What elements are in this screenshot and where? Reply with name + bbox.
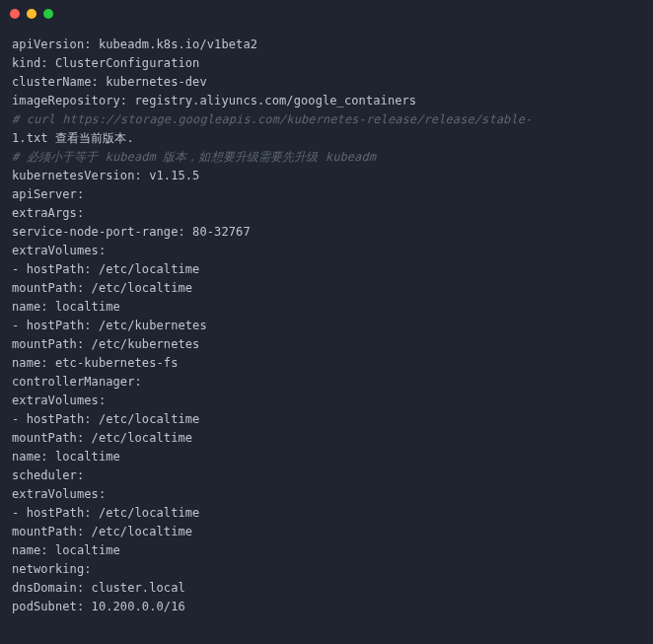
code-line: extraVolumes: <box>12 392 641 410</box>
code-block: apiVersion: kubeadm.k8s.io/v1beta2kind: … <box>0 28 653 628</box>
code-line: networking: <box>12 560 641 579</box>
code-line: - hostPath: /etc/kubernetes <box>12 317 641 335</box>
code-line: # curl https://storage.googleapis.com/ku… <box>12 110 641 129</box>
code-line: - hostPath: /etc/localtime <box>12 260 641 279</box>
code-comment: kubeadm <box>98 150 163 164</box>
code-line: kubernetesVersion: v1.15.5 <box>12 167 641 185</box>
window-titlebar <box>0 0 653 28</box>
code-line: - hostPath: /etc/localtime <box>12 410 641 429</box>
code-line: controllerManager: <box>12 373 641 392</box>
code-line: - hostPath: /etc/localtime <box>12 504 641 523</box>
terminal-window: apiVersion: kubeadm.k8s.io/v1beta2kind: … <box>0 0 653 644</box>
code-line: imageRepository: registry.aliyuncs.com/g… <box>12 92 641 110</box>
code-comment: kubeadm <box>319 150 377 164</box>
code-comment: # <box>12 150 27 164</box>
code-line: extraArgs: <box>12 204 641 223</box>
code-line: mountPath: /etc/localtime <box>12 523 641 541</box>
code-line: # 必须小于等于 kubeadm 版本，如想要升级需要先升级 kubeadm <box>12 148 641 167</box>
code-text-cjk: 查看当前版本. <box>55 131 134 145</box>
code-line: mountPath: /etc/kubernetes <box>12 335 641 354</box>
code-comment-cjk: 版本，如想要升级需要先升级 <box>163 150 318 164</box>
code-line: name: localtime <box>12 298 641 317</box>
code-line: service-node-port-range: 80-32767 <box>12 223 641 242</box>
code-text: 1.txt <box>12 131 55 145</box>
code-line: clusterName: kubernetes-dev <box>12 73 641 92</box>
code-line: podSubnet: 10.200.0.0/16 <box>12 598 641 616</box>
code-comment-cjk: 必须小于等于 <box>27 150 99 164</box>
zoom-icon[interactable] <box>43 9 53 19</box>
code-line: name: localtime <box>12 541 641 560</box>
code-line: extraVolumes: <box>12 242 641 260</box>
code-line: apiServer: <box>12 185 641 204</box>
code-line: scheduler: <box>12 466 641 485</box>
close-icon[interactable] <box>10 9 20 19</box>
code-line: mountPath: /etc/localtime <box>12 279 641 298</box>
minimize-icon[interactable] <box>27 9 36 19</box>
code-line: mountPath: /etc/localtime <box>12 429 641 448</box>
code-line: 1.txt 查看当前版本. <box>12 129 641 148</box>
code-line: dnsDomain: cluster.local <box>12 579 641 598</box>
code-line: extraVolumes: <box>12 485 641 504</box>
code-line: kind: ClusterConfiguration <box>12 54 641 73</box>
code-line: name: localtime <box>12 448 641 466</box>
code-line: name: etc-kubernetes-fs <box>12 354 641 373</box>
code-line: apiVersion: kubeadm.k8s.io/v1beta2 <box>12 36 641 54</box>
